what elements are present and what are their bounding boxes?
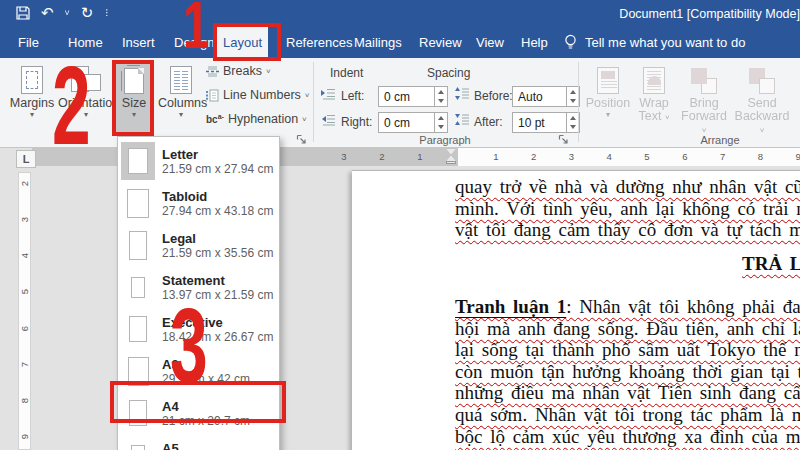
indent-left-input[interactable]: 0 cm xyxy=(378,86,448,107)
indent-right-icon xyxy=(321,114,336,126)
tab-review[interactable]: Review xyxy=(413,27,468,58)
paper-icon xyxy=(131,277,145,298)
chevron-down-icon: ▾ xyxy=(8,110,56,119)
tab-mailings[interactable]: Mailings xyxy=(348,27,408,58)
margins-button[interactable]: Margins ▾ xyxy=(8,60,56,119)
position-button[interactable]: Position ▾ xyxy=(584,60,632,119)
spacing-after-icon xyxy=(455,113,470,126)
doc-heading: TRẢ LỜI xyxy=(742,253,800,275)
tab-references[interactable]: References xyxy=(280,27,358,58)
spacing-after-input[interactable]: 10 pt xyxy=(512,112,580,133)
spacing-before-icon xyxy=(455,87,470,100)
paper-icon xyxy=(128,148,148,174)
size-option-letter[interactable]: Letter21.59 cm x 27.94 cm xyxy=(118,140,279,182)
group-separator xyxy=(578,62,579,142)
paper-icon xyxy=(129,316,147,342)
undo-icon[interactable]: ↶ xyxy=(41,4,54,22)
doc-text-line: quay trở về nhà và dường như nhân vật cũ… xyxy=(455,176,800,198)
doc-text-line: mình. Với tình yêu, anh lại không có trả… xyxy=(455,198,800,220)
doc-text-line: quá sớm. Nhân vật tôi trong tác phẩm là … xyxy=(455,404,800,426)
send-backward-icon xyxy=(732,60,792,94)
hyphenation-button[interactable]: bca- Hyphenation˅ xyxy=(206,112,307,126)
size-option-a5[interactable]: A514.8 cm x 21 cm xyxy=(118,434,279,450)
annotation-box-size-button xyxy=(112,60,154,136)
size-option-legal[interactable]: Legal21.59 cm x 35.56 cm xyxy=(118,224,279,266)
doc-text-line: những điều mà nhân vật Tiên sinh đang cấ… xyxy=(455,382,800,404)
paragraph-dialog-launcher-icon[interactable] xyxy=(558,134,570,146)
quick-access-toolbar: ↶ ˅ ↻ ᎒ xyxy=(16,4,109,22)
wrap-text-button[interactable]: WrapText ˅ xyxy=(632,60,676,123)
ribbon-tab-bar: File Home Insert Design Layout Reference… xyxy=(0,27,800,58)
spacing-after-label: After: xyxy=(474,115,503,129)
doc-text-line: còn muốn tận hưởng khoảng thời gian tại … xyxy=(455,361,800,383)
line-numbers-icon xyxy=(206,89,219,102)
spacing-before-label: Before: xyxy=(474,89,513,103)
undo-chevron-icon[interactable]: ˅ xyxy=(65,8,70,18)
spacing-label: Spacing xyxy=(427,66,470,80)
margins-icon xyxy=(8,60,56,94)
columns-icon xyxy=(158,60,204,94)
indent-markers[interactable] xyxy=(446,149,456,164)
doc-text-line: bộc lộ cảm xúc yêu thương xa đình của mì… xyxy=(455,426,800,448)
title-bar: ↶ ˅ ↻ ᎒ Document1 [Compatibility Mode] xyxy=(0,0,800,27)
chevron-down-icon: ▾ xyxy=(158,110,204,119)
tell-me-box[interactable]: Tell me what you want to do xyxy=(564,27,745,58)
size-option-tabloid[interactable]: Tabloid27.94 cm x 43.18 cm xyxy=(118,182,279,224)
bring-forward-button[interactable]: BringForward ˅ xyxy=(678,60,730,136)
indent-right-input[interactable]: 0 cm xyxy=(378,112,448,133)
doc-text-line: vật tôi đang cảm thấy cô đơn và tự tách … xyxy=(455,219,800,241)
tab-help[interactable]: Help xyxy=(515,27,554,58)
arrange-group-label: Arrange xyxy=(640,134,800,146)
vertical-ruler-numbers: 23456789 xyxy=(18,165,31,450)
chevron-down-icon: ▾ xyxy=(584,110,632,119)
ruler-numbers: 123456789 xyxy=(477,151,800,162)
doc-text-line: hội mà anh đang sống. Đầu tiên, anh chỉ … xyxy=(455,318,800,340)
paper-icon xyxy=(129,231,147,260)
indent-left-stepper[interactable] xyxy=(434,87,447,106)
customize-qat-icon[interactable]: ᎒ xyxy=(104,8,109,18)
annotation-step-3: 3 xyxy=(170,304,208,387)
redo-icon[interactable]: ↻ xyxy=(81,4,94,22)
selected-highlight xyxy=(121,142,155,180)
hyphenation-icon: bca- xyxy=(206,113,224,125)
save-icon[interactable] xyxy=(16,6,30,20)
spacing-before-input[interactable]: Auto xyxy=(512,86,580,107)
indent-left-icon xyxy=(321,88,336,100)
tab-insert[interactable]: Insert xyxy=(116,27,161,58)
ruler-margin-numbers: 321 xyxy=(325,151,439,162)
bring-forward-icon xyxy=(678,60,730,94)
doc-text-line: lại sống tại thành phố sầm uất Tokyo thế… xyxy=(455,339,800,361)
paper-icon xyxy=(131,445,145,450)
page-setup-dialog-launcher-icon[interactable] xyxy=(296,134,308,146)
annotation-box-layout-tab xyxy=(213,23,281,61)
tab-view[interactable]: View xyxy=(470,27,510,58)
lightbulb-icon xyxy=(564,34,577,51)
annotation-step-1: 1 xyxy=(183,0,209,51)
tell-me-label: Tell me what you want to do xyxy=(585,35,745,50)
indent-right-stepper[interactable] xyxy=(434,113,447,132)
document-title: Document1 [Compatibility Mode] xyxy=(619,7,800,21)
tab-file[interactable]: File xyxy=(12,27,45,58)
annotation-step-2: 2 xyxy=(52,62,91,149)
position-icon xyxy=(584,60,632,94)
line-numbers-button[interactable]: Line Numbers˅ xyxy=(206,88,310,102)
indent-left-label: Left: xyxy=(341,89,364,103)
paper-icon xyxy=(127,189,149,218)
doc-text-line: Tranh luận 1: Nhân vật tôi không phải đa… xyxy=(455,296,800,318)
columns-button[interactable]: Columns ▾ xyxy=(158,60,204,119)
breaks-button[interactable]: Breaks˅ xyxy=(206,64,271,78)
indent-right-label: Right: xyxy=(341,115,372,129)
indent-label: Indent xyxy=(330,66,363,80)
group-separator xyxy=(313,62,314,142)
paragraph-group-label: Paragraph xyxy=(315,134,575,146)
wrap-text-icon xyxy=(632,60,676,94)
breaks-icon xyxy=(206,65,219,78)
send-backward-button[interactable]: SendBackward ˅ xyxy=(732,60,792,136)
